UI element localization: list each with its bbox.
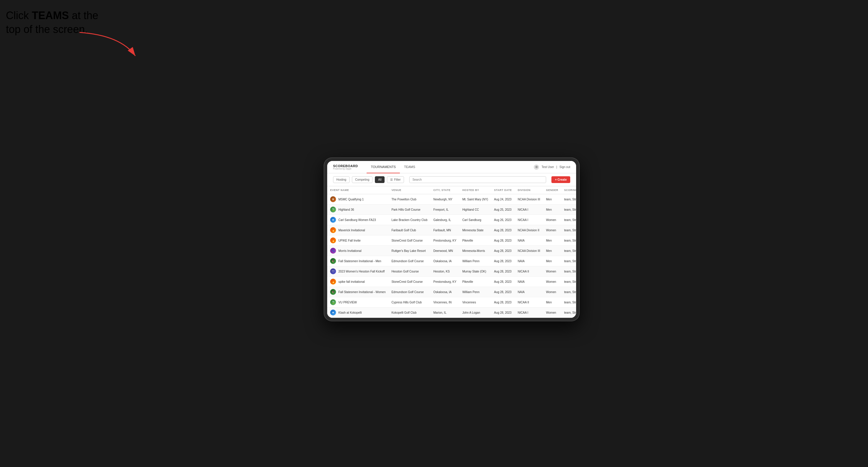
table-row: 🔥 UPIKE Fall Invite StoneCrest Golf Cour… <box>327 236 576 246</box>
cell-venue: The Powelton Club <box>389 194 430 205</box>
filter-icon: ☰ <box>390 178 393 181</box>
cell-start-date: Aug 28, 2023 <box>491 308 515 318</box>
cell-venue: Faribault Golf Club <box>389 225 430 236</box>
table-row: ★ Carl Sandburg Women FA23 Lake Bracken … <box>327 215 576 225</box>
event-name-text: Maverick Invitational <box>338 229 365 232</box>
cell-city-state: Vincennes, IN <box>431 297 459 308</box>
cell-event-name: 🛡 2023 Women's Hesston Fall Kickoff <box>327 266 389 277</box>
table-row: 🦅 Fall Statesmen Invitational - Women Ed… <box>327 287 576 297</box>
col-hosted-by: HOSTED BY <box>459 186 491 194</box>
tablet-frame: SCOREBOARD Powered by clippit TOURNAMENT… <box>324 157 580 321</box>
cell-event-name: ♛ MSMC Qualifying 1 <box>327 194 389 205</box>
table-row: 🐾 Morris Invitational Ruttger's Bay Lake… <box>327 246 576 256</box>
cell-gender: Women <box>543 277 561 287</box>
cell-gender: Men <box>543 256 561 266</box>
cell-gender: Women <box>543 287 561 297</box>
cell-start-date: Aug 24, 2023 <box>491 194 515 205</box>
cell-city-state: Prestonsburg, KY <box>431 236 459 246</box>
table-row: 🔥 Maverick Invitational Faribault Golf C… <box>327 225 576 236</box>
cell-hosted-by: Minnesota State <box>459 225 491 236</box>
cell-hosted-by: Mt. Saint Mary (NY) <box>459 194 491 205</box>
cell-gender: Women <box>543 308 561 318</box>
cell-gender: Men <box>543 297 561 308</box>
event-name-text: UPIKE Fall Invite <box>338 239 361 242</box>
cell-division: NAIA <box>515 256 543 266</box>
team-icon: 🐾 <box>330 248 336 254</box>
cell-start-date: Aug 28, 2023 <box>491 297 515 308</box>
cell-division: NICAA I <box>515 308 543 318</box>
cell-city-state: Deerwood, MN <box>431 246 459 256</box>
cell-event-name: ★ Carl Sandburg Women FA23 <box>327 215 389 225</box>
cell-division: NCAA Division III <box>515 194 543 205</box>
cell-start-date: Aug 28, 2023 <box>491 246 515 256</box>
cell-hosted-by: Carl Sandburg <box>459 215 491 225</box>
cell-division: NAIA <box>515 236 543 246</box>
cell-venue: StoneCrest Golf Course <box>389 277 430 287</box>
cell-event-name: 🍃 Highland 36 <box>327 205 389 215</box>
table-container: EVENT NAME VENUE CITY, STATE HOSTED BY S… <box>327 186 576 318</box>
nav-tournaments[interactable]: TOURNAMENTS <box>367 161 400 173</box>
all-filter-btn[interactable]: All <box>375 176 384 183</box>
cell-city-state: Oskaloosa, IA <box>431 256 459 266</box>
cell-scoring: team, Stroke Play <box>561 287 576 297</box>
team-icon: 🦅 <box>330 289 336 295</box>
col-venue: VENUE <box>389 186 430 194</box>
event-name-text: Fall Statesmen Invitational - Women <box>338 290 385 294</box>
table-row: 🦅 Fall Statesmen Invitational - Men Edmu… <box>327 256 576 266</box>
cell-venue: Edmundson Golf Course <box>389 287 430 297</box>
cell-event-name: 🦅 Fall Statesmen Invitational - Men <box>327 256 389 266</box>
hosting-filter-btn[interactable]: Hosting <box>333 176 349 183</box>
team-icon: ♛ <box>330 196 336 202</box>
tournaments-table: EVENT NAME VENUE CITY, STATE HOSTED BY S… <box>327 186 576 318</box>
cell-event-name: 🍃 VU PREVIEW <box>327 297 389 308</box>
cell-venue: Edmundson Golf Course <box>389 256 430 266</box>
cell-scoring: team, Stroke Play <box>561 236 576 246</box>
cell-hosted-by: Pikeville <box>459 277 491 287</box>
cell-city-state: Hesston, KS <box>431 266 459 277</box>
cell-venue: Ruttger's Bay Lake Resort <box>389 246 430 256</box>
cell-start-date: Aug 28, 2023 <box>491 236 515 246</box>
cell-event-name: ★ Klash at Kokopelli <box>327 308 389 318</box>
cell-gender: Men <box>543 205 561 215</box>
cell-scoring: team, Stroke Play <box>561 297 576 308</box>
cell-start-date: Aug 28, 2023 <box>491 287 515 297</box>
cell-division: NAIA <box>515 277 543 287</box>
cell-division: NICAA I <box>515 205 543 215</box>
annotation-bold: TEAMS <box>32 9 69 22</box>
event-name-text: MSMC Qualifying 1 <box>338 198 364 201</box>
cell-gender: Men <box>543 246 561 256</box>
team-icon: 🍃 <box>330 299 336 305</box>
col-gender: GENDER <box>543 186 561 194</box>
nav-teams[interactable]: TEAMS <box>400 161 419 173</box>
cell-hosted-by: William Penn <box>459 256 491 266</box>
cell-venue: Kokopelli Golf Club <box>389 308 430 318</box>
cell-scoring: team, Stroke Play <box>561 225 576 236</box>
cell-venue: Park Hills Golf Course <box>389 205 430 215</box>
cell-start-date: Aug 28, 2023 <box>491 277 515 287</box>
filter-label: Filter <box>394 178 400 181</box>
cell-scoring: team, Stroke Play <box>561 277 576 287</box>
cell-start-date: Aug 26, 2023 <box>491 215 515 225</box>
cell-scoring: team, Stroke Play <box>561 215 576 225</box>
search-box <box>409 176 547 183</box>
team-icon: 🛡 <box>330 268 336 274</box>
settings-icon[interactable]: ⚙ <box>534 164 539 170</box>
cell-division: NICAA II <box>515 266 543 277</box>
create-btn[interactable]: + Create <box>551 176 570 183</box>
cell-scoring: team, Stroke Play <box>561 266 576 277</box>
filter-btn[interactable]: ☰ Filter <box>387 176 404 183</box>
search-input[interactable] <box>409 176 547 183</box>
event-name-text: VU PREVIEW <box>338 301 357 304</box>
col-division: DIVISION <box>515 186 543 194</box>
logo-area: SCOREBOARD Powered by clippit <box>333 164 358 170</box>
event-name-text: Carl Sandburg Women FA23 <box>338 218 376 222</box>
annotation-text: Click TEAMS at thetop of the screen. <box>6 9 98 36</box>
team-icon: 🔥 <box>330 227 336 233</box>
cell-city-state: Galesburg, IL <box>431 215 459 225</box>
event-name-text: upike fall invitational <box>338 280 365 283</box>
sign-out-link[interactable]: Sign out <box>559 165 570 168</box>
competing-filter-btn[interactable]: Competing <box>352 176 372 183</box>
logo-sub: Powered by clippit <box>333 168 358 170</box>
cell-hosted-by: Murray State (OK) <box>459 266 491 277</box>
cell-hosted-by: Minnesota-Morris <box>459 246 491 256</box>
